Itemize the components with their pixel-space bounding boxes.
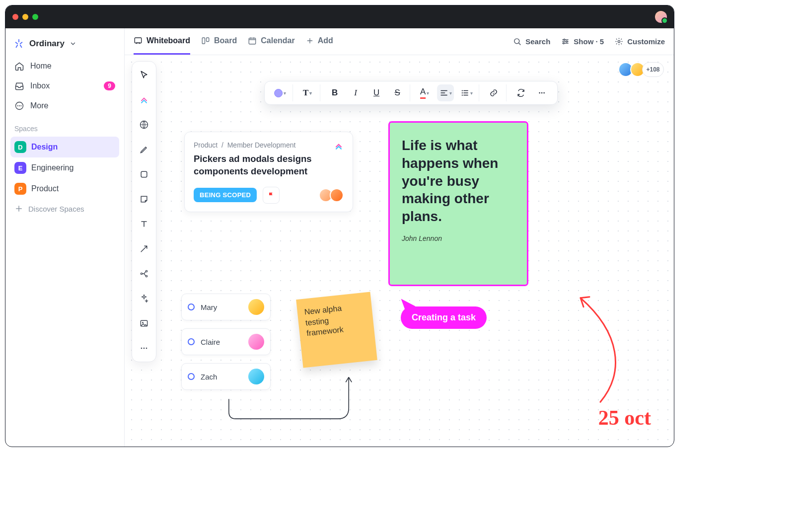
workspace-switcher[interactable]: Ordinary: [10, 34, 119, 56]
fill-color-button[interactable]: ▾: [272, 84, 289, 101]
svg-point-17: [145, 275, 147, 277]
svg-point-9: [564, 39, 565, 41]
whiteboard-icon: [134, 36, 143, 45]
sticky-text: New alpha testing framework: [304, 304, 344, 338]
whiteboard-canvas[interactable]: +108: [125, 55, 674, 447]
text-size-button[interactable]: T▾: [299, 84, 316, 101]
person-row[interactable]: Claire: [181, 328, 271, 355]
discover-spaces[interactable]: Discover Spaces: [10, 199, 119, 218]
svg-point-26: [539, 92, 540, 94]
search-icon: [513, 37, 521, 46]
person-name: Zach: [201, 373, 242, 381]
sync-icon: [516, 88, 525, 97]
svg-point-20: [141, 348, 143, 349]
workspace-name: Ordinary: [29, 39, 65, 49]
nav-home[interactable]: Home: [10, 56, 119, 76]
sticky-note[interactable]: New alpha testing framework: [296, 292, 377, 368]
assignee-avatars[interactable]: [322, 188, 344, 202]
space-design[interactable]: D Design: [10, 137, 119, 157]
svg-point-12: [618, 40, 620, 42]
people-list: Mary Claire Zach: [181, 294, 271, 390]
tool-connector[interactable]: [136, 240, 152, 257]
space-product[interactable]: P Product: [10, 178, 119, 199]
customize-button[interactable]: Customize: [615, 37, 665, 46]
sync-button[interactable]: [512, 84, 529, 101]
space-label: Engineering: [31, 163, 73, 172]
spaces-header: Spaces: [10, 116, 119, 137]
tab-board[interactable]: Board: [201, 28, 237, 55]
tool-ai[interactable]: [136, 290, 152, 307]
tool-pen[interactable]: [136, 141, 152, 158]
radio-icon[interactable]: [188, 373, 195, 380]
tool-mindmap[interactable]: [136, 265, 152, 282]
sidebar: Ordinary Home Inbox 9 More Spaces D Desi…: [5, 28, 125, 447]
radio-icon[interactable]: [188, 338, 195, 345]
svg-point-28: [543, 92, 545, 94]
tool-more[interactable]: [136, 340, 152, 357]
space-chip: E: [14, 162, 26, 174]
person-row[interactable]: Zach: [181, 363, 271, 390]
nav-inbox-label: Inbox: [30, 81, 50, 90]
window-minimize-dot[interactable]: [22, 14, 28, 20]
current-user-avatar[interactable]: [655, 11, 667, 23]
avatar: [248, 334, 264, 350]
search-label: Search: [525, 37, 550, 46]
board-icon: [201, 36, 210, 45]
tool-clickup[interactable]: [136, 91, 152, 108]
tool-image[interactable]: [136, 315, 152, 332]
tool-select[interactable]: [136, 67, 152, 83]
more-format-button[interactable]: [533, 84, 550, 101]
tool-sticky[interactable]: [136, 191, 152, 208]
italic-button[interactable]: I: [347, 84, 364, 101]
priority-flag[interactable]: [263, 187, 280, 204]
breadcrumb-item[interactable]: Product: [194, 141, 218, 149]
show-button[interactable]: Show · 5: [561, 37, 604, 46]
list-button[interactable]: ▾: [458, 84, 475, 101]
tool-text[interactable]: [136, 216, 152, 232]
space-engineering[interactable]: E Engineering: [10, 157, 119, 178]
avatar[interactable]: [330, 188, 344, 202]
svg-point-8: [514, 39, 519, 44]
inbox-badge: 9: [104, 81, 115, 90]
task-card[interactable]: Product / Member Development Pickers ad …: [184, 132, 353, 212]
svg-point-22: [146, 348, 147, 349]
status-badge[interactable]: BEING SCOPED: [194, 188, 257, 202]
tab-add[interactable]: Add: [306, 28, 333, 55]
quote-card[interactable]: Life is what happens when you're busy ma…: [390, 123, 527, 285]
breadcrumb[interactable]: Product / Member Development: [194, 141, 344, 149]
search-button[interactable]: Search: [513, 37, 550, 46]
link-icon: [489, 88, 498, 97]
plus-icon: [14, 204, 23, 213]
window-close-dot[interactable]: [12, 14, 18, 20]
plus-icon: [306, 37, 314, 45]
text-color-button[interactable]: A▾: [416, 84, 433, 101]
svg-rect-6: [207, 38, 209, 42]
underline-button[interactable]: U: [368, 84, 385, 101]
tool-web[interactable]: [136, 116, 152, 133]
radio-icon[interactable]: [188, 304, 195, 310]
strike-button[interactable]: S: [389, 84, 406, 101]
tool-rail: [132, 61, 156, 362]
nav-more[interactable]: More: [10, 96, 119, 116]
view-tabs: Whiteboard Board Calendar Add Searc: [125, 28, 674, 55]
window-zoom-dot[interactable]: [32, 14, 38, 20]
tool-shape[interactable]: [136, 166, 152, 183]
bold-button[interactable]: B: [326, 84, 343, 101]
tab-whiteboard[interactable]: Whiteboard: [134, 28, 190, 55]
align-button[interactable]: ▾: [437, 84, 454, 101]
person-row[interactable]: Mary: [181, 294, 271, 320]
svg-point-25: [461, 94, 462, 95]
link-button[interactable]: [485, 84, 502, 101]
tab-calendar[interactable]: Calendar: [248, 28, 294, 55]
breadcrumb-item[interactable]: Member Development: [227, 141, 296, 149]
person-name: Mary: [201, 303, 242, 311]
space-label: Product: [31, 184, 59, 193]
titlebar: [5, 5, 674, 28]
text-format-toolbar: ▾ T▾ B I U S A▾ ▾ ▾: [264, 81, 558, 105]
collaborator-avatars[interactable]: +108: [621, 62, 664, 77]
nav-inbox[interactable]: Inbox 9: [10, 76, 119, 96]
space-chip: D: [14, 141, 26, 153]
handwriting-date: 25 oct: [598, 406, 651, 430]
avatar-overflow[interactable]: +108: [642, 62, 664, 77]
svg-point-21: [144, 348, 145, 349]
